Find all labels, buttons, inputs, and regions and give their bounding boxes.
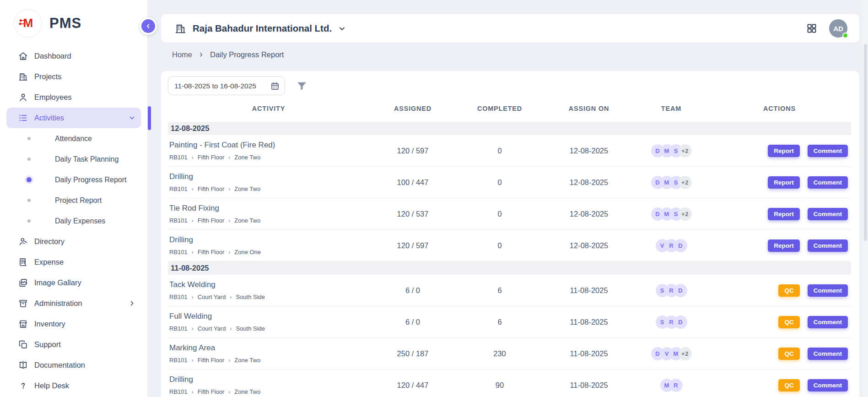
chevron-right-icon	[198, 52, 204, 58]
assign-on-value: 12-08-2025	[543, 178, 635, 187]
filter-icon[interactable]	[296, 80, 307, 92]
table-row: DrillingRB101›Fifth Floor›Zone Two100 / …	[168, 167, 851, 198]
scrollbar-thumb[interactable]	[864, 44, 867, 241]
assigned-value: 120 / 447	[369, 381, 456, 390]
sidebar-item-dashboard[interactable]: Dashboard	[6, 46, 141, 66]
path-segment: South Side	[236, 294, 265, 300]
team-avatars: SRD	[635, 315, 708, 329]
comment-button[interactable]: Comment	[808, 379, 848, 392]
path-segment: Court Yard	[198, 294, 226, 300]
table-row: Tack WeldingRB101›Court Yard›South Side6…	[168, 275, 851, 306]
sidebar-item-inventory[interactable]: Inventory	[6, 314, 141, 334]
sidebar: M PMS DashboardProjectsEmployeesActiviti…	[0, 0, 148, 397]
sidebar-item-label: Projects	[34, 72, 62, 81]
path-segment: RB101	[169, 185, 188, 192]
logo-m-icon: M	[14, 9, 42, 38]
completed-value: 90	[456, 381, 543, 390]
report-button[interactable]: Report	[768, 239, 800, 252]
column-header-actions: ACTIONS	[708, 105, 851, 112]
completed-value: 0	[456, 241, 543, 250]
sidebar-subitem-attendance[interactable]: Attendance	[6, 128, 141, 149]
table-row: Tie Rod FixingRB101›Fifth Floor›Zone Two…	[168, 198, 851, 230]
online-status-dot	[842, 33, 848, 38]
sidebar-item-label: Help Desk	[34, 381, 69, 390]
assign-on-value: 12-08-2025	[543, 147, 635, 155]
table-row: Full WeldingRB101›Court Yard›South Side6…	[168, 306, 851, 338]
activity-cell: DrillingRB101›Fifth Floor›Zone Two	[168, 172, 369, 192]
team-more-badge[interactable]: +2	[679, 176, 692, 189]
report-button[interactable]: Report	[768, 208, 800, 220]
path-segment: Fifth Floor	[198, 357, 225, 364]
copy-icon	[18, 340, 28, 349]
team-more-badge[interactable]: +2	[679, 347, 692, 360]
team-more-badge[interactable]: +2	[679, 207, 692, 221]
team-avatar[interactable]: D	[674, 284, 687, 297]
activity-title: Marking Area	[169, 343, 369, 353]
team-avatar[interactable]: R	[669, 379, 683, 392]
path-segment: RB101	[169, 294, 188, 300]
comment-button[interactable]: Comment	[808, 208, 848, 220]
qc-button[interactable]: QC	[778, 348, 799, 360]
qc-button[interactable]: QC	[778, 316, 799, 328]
store-icon	[18, 319, 28, 329]
users-icon	[18, 237, 28, 246]
sidebar-item-projects[interactable]: Projects	[6, 66, 141, 87]
sidebar-item-support[interactable]: Support	[6, 334, 141, 355]
apps-grid-icon[interactable]	[806, 23, 817, 34]
date-range-value: 11-08-2025 to 16-08-2025	[174, 82, 256, 90]
team-avatar[interactable]: D	[674, 239, 687, 252]
sidebar-subitem-daily-expenses[interactable]: Daily Expenses	[6, 211, 141, 231]
sidebar-item-label: Expense	[34, 258, 64, 266]
chevron-right-icon: ›	[192, 294, 194, 300]
topbar: Raja Bahadur International Ltd. AD	[161, 14, 859, 43]
sidebar-item-label: Employees	[34, 93, 72, 102]
app-logo[interactable]: M PMS	[0, 0, 147, 43]
sidebar-subitem-label: Daily Task Planning	[55, 155, 119, 163]
report-button[interactable]: Report	[768, 145, 800, 157]
comment-button[interactable]: Comment	[808, 176, 848, 189]
path-segment: Fifth Floor	[198, 388, 225, 395]
sidebar-subitem-project-report[interactable]: Project Report	[6, 190, 141, 211]
sidebar-item-administration[interactable]: Administration	[6, 293, 141, 314]
topbar-right: AD	[806, 19, 847, 38]
column-header-completed: COMPLETED	[456, 105, 543, 112]
comment-button[interactable]: Comment	[808, 145, 848, 157]
path-segment: South Side	[236, 325, 265, 332]
sidebar-subitem-daily-progress-report[interactable]: Daily Progress Report	[6, 169, 141, 190]
team-more-badge[interactable]: +2	[679, 144, 692, 158]
team-avatar[interactable]: D	[674, 315, 687, 329]
scrollbar[interactable]	[863, 0, 868, 397]
qc-button[interactable]: QC	[778, 284, 799, 297]
comment-button[interactable]: Comment	[808, 239, 848, 252]
sidebar-subitem-daily-task-planning[interactable]: Daily Task Planning	[6, 149, 141, 169]
row-actions: QCComment	[708, 284, 851, 297]
archive-icon	[18, 299, 28, 308]
sidebar-collapse-button[interactable]	[140, 17, 157, 35]
assigned-value: 250 / 187	[369, 349, 456, 358]
user-avatar[interactable]: AD	[829, 19, 847, 38]
question-icon	[18, 381, 28, 391]
comment-button[interactable]: Comment	[808, 348, 848, 360]
sidebar-item-documentation[interactable]: Documentation	[6, 355, 141, 375]
sidebar-item-image-gallary[interactable]: Image Gallary	[6, 272, 141, 293]
comment-button[interactable]: Comment	[808, 284, 848, 297]
breadcrumb-home[interactable]: Home	[172, 50, 192, 59]
sidebar-item-expense[interactable]: Expense	[6, 252, 141, 272]
sidebar-item-directory[interactable]: Directory	[6, 231, 141, 252]
sidebar-item-help-desk[interactable]: Help Desk	[6, 375, 141, 396]
chevron-right-icon: ›	[228, 358, 230, 363]
sidebar-item-activities[interactable]: Activities	[6, 108, 141, 128]
company-selector[interactable]: Raja Bahadur International Ltd.	[175, 23, 346, 34]
app-title: PMS	[49, 15, 81, 32]
progress-table: ACTIVITYASSIGNEDCOMPLETEDASSIGN ONTEAMAC…	[168, 95, 851, 397]
list-icon	[18, 113, 28, 123]
assigned-value: 120 / 597	[369, 147, 456, 155]
report-button[interactable]: Report	[768, 176, 800, 189]
path-segment: RB101	[169, 325, 188, 332]
qc-button[interactable]: QC	[778, 379, 799, 392]
comment-button[interactable]: Comment	[808, 316, 848, 328]
sidebar-item-employees[interactable]: Employees	[6, 87, 141, 108]
chevron-right-icon: ›	[192, 218, 194, 223]
path-segment: RB101	[169, 154, 188, 161]
date-range-input[interactable]: 11-08-2025 to 16-08-2025	[168, 76, 285, 95]
